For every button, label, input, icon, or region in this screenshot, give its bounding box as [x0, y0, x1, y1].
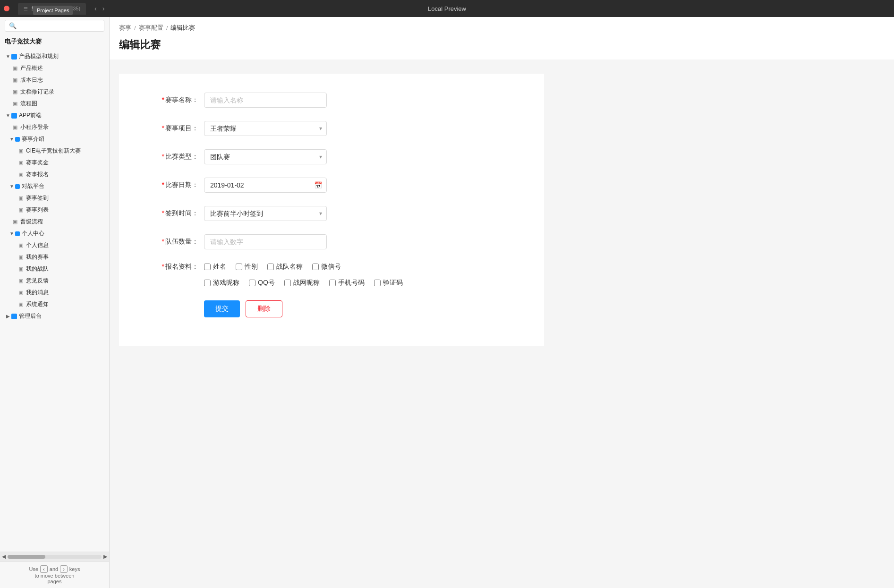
sidebar-item-signup[interactable]: ▣ 赛事报名: [0, 169, 109, 180]
sidebar-item-flowchart[interactable]: ▣ 流程图: [0, 98, 109, 110]
sidebar-item-feedback[interactable]: ▣ 意见反馈: [0, 275, 109, 287]
checkbox-label-verify: 验证码: [383, 279, 403, 287]
control-teamcount: [204, 234, 327, 249]
label-matchdate: *比赛日期：: [147, 181, 204, 189]
footer-pages-text: pages: [5, 579, 104, 584]
search-input[interactable]: [5, 20, 104, 32]
sidebar-item-admin-group[interactable]: ▶ 管理后台: [0, 310, 109, 322]
sidebar-item-userinfo[interactable]: ▣ 个人信息: [0, 239, 109, 251]
sidebar-item-minilogin[interactable]: ▣ 小程序登录: [0, 121, 109, 133]
checkbox-gamenick[interactable]: [204, 280, 211, 286]
checkbox-name[interactable]: [204, 264, 211, 270]
checkbox-item-phone[interactable]: 手机号码: [329, 279, 365, 287]
label-project: *赛事项目：: [147, 124, 204, 133]
checkbox-gender[interactable]: [236, 264, 242, 270]
sidebar-tree: ▼ 产品模型和规划 ▣ 产品概述 ▣ 版本日志 ▣ 文档修订记录 ▣ 流程图: [0, 49, 109, 552]
sidebar-label: 小程序登录: [20, 123, 49, 131]
sidebar-item-myteam[interactable]: ▣ 我的战队: [0, 263, 109, 275]
sidebar-item-cie[interactable]: ▣ CIE电子竞技创新大赛: [0, 145, 109, 157]
select-checkintime[interactable]: 比赛前半小时签到 比赛前一小时签到: [204, 206, 327, 221]
checkbox-wechat[interactable]: [312, 264, 319, 270]
label-teamcount: *队伍数量：: [147, 238, 204, 246]
checkbox-teamname[interactable]: [267, 264, 274, 270]
form-inner: *赛事名称： *赛事项目： 王者荣耀 英雄: [119, 74, 544, 346]
sidebar-item-mymatches[interactable]: ▣ 我的赛事: [0, 251, 109, 263]
input-matchdate[interactable]: [204, 178, 327, 193]
checkbox-qq[interactable]: [249, 280, 255, 286]
horizontal-scrollbar[interactable]: [8, 555, 102, 559]
checkbox-item-name[interactable]: 姓名: [204, 263, 226, 271]
close-dot[interactable]: [4, 6, 9, 11]
sidebar-label: 流程图: [20, 100, 37, 108]
sidebar-section-title: 电子竞技大赛: [0, 34, 109, 49]
checkbox-item-qq[interactable]: QQ号: [249, 279, 275, 287]
control-matchtype: 团队赛 个人赛 ▾: [204, 149, 327, 164]
key-next: ›: [60, 565, 68, 573]
sidebar-label: 系统通知: [26, 300, 49, 308]
sidebar-item-promotion[interactable]: ▣ 晋级流程: [0, 216, 109, 228]
breadcrumb-match[interactable]: 赛事: [119, 24, 131, 32]
project-pages-tooltip: Project Pages: [33, 6, 73, 15]
checkbox-item-verify[interactable]: 验证码: [374, 279, 403, 287]
page-icon: ▣: [11, 124, 19, 130]
sidebar-item-docrevision[interactable]: ▣ 文档修订记录: [0, 86, 109, 98]
checkbox-phone[interactable]: [329, 280, 336, 286]
required-star: *: [162, 153, 164, 160]
select-project[interactable]: 王者荣耀 英雄联盟 绝地求生: [204, 121, 327, 136]
sidebar-label: 管理后台: [19, 312, 42, 320]
breadcrumb-config[interactable]: 赛事配置: [139, 24, 163, 32]
sidebar-item-match-group[interactable]: ▼ 赛事介绍: [0, 133, 109, 145]
sidebar-item-matchlist[interactable]: ▣ 赛事列表: [0, 204, 109, 216]
input-name[interactable]: [204, 93, 327, 108]
page-icon: ▣: [17, 254, 25, 260]
arrow-icon: ▼: [9, 184, 15, 189]
submit-button[interactable]: 提交: [204, 300, 240, 317]
select-matchtype[interactable]: 团队赛 个人赛: [204, 149, 327, 164]
group-icon-blue: [11, 113, 17, 119]
group-icon-blue-small: [15, 137, 20, 142]
input-teamcount[interactable]: [204, 234, 327, 249]
group-icon-blue: [11, 54, 17, 60]
sidebar-item-profile-group[interactable]: ▼ 个人中心: [0, 228, 109, 239]
sidebar-item-battle-group[interactable]: ▼ 对战平台: [0, 180, 109, 192]
checkboxes-container: 姓名 性别 战队名称 微信号: [204, 263, 516, 287]
top-bar: Project Pages ☰ 编辑比赛 (27 of 35) ‹ › Loca…: [0, 0, 894, 17]
scroll-left-btn[interactable]: ◀: [2, 554, 6, 560]
checkbox-item-battlenet[interactable]: 战网昵称: [284, 279, 320, 287]
sidebar-item-checkin[interactable]: ▣ 赛事签到: [0, 192, 109, 204]
control-checkintime: 比赛前半小时签到 比赛前一小时签到 ▾: [204, 206, 327, 221]
group-icon-blue-small: [15, 231, 20, 236]
required-star: *: [162, 238, 164, 245]
select-wrap-matchtype: 团队赛 个人赛 ▾: [204, 149, 327, 164]
checkbox-item-gamenick[interactable]: 游戏昵称: [204, 279, 239, 287]
sidebar-label: 个人中心: [22, 230, 44, 238]
page-icon: ▣: [17, 171, 25, 178]
delete-button[interactable]: 删除: [246, 300, 282, 317]
sidebar-item-sysnotice[interactable]: ▣ 系统通知: [0, 298, 109, 310]
checkbox-label-battlenet: 战网昵称: [293, 279, 320, 287]
form-row-name: *赛事名称：: [147, 93, 516, 108]
checkbox-item-gender[interactable]: 性别: [236, 263, 258, 271]
nav-back[interactable]: ‹: [93, 4, 99, 13]
sidebar-item-changelog[interactable]: ▣ 版本日志: [0, 74, 109, 86]
sidebar-item-overview[interactable]: ▣ 产品概述: [0, 62, 109, 74]
sidebar-item-product-group[interactable]: ▼ 产品模型和规划: [0, 51, 109, 62]
checkbox-item-wechat[interactable]: 微信号: [312, 263, 341, 271]
form-row-matchtype: *比赛类型： 团队赛 个人赛 ▾: [147, 149, 516, 164]
breadcrumb-sep2: /: [166, 25, 168, 32]
nav-forward[interactable]: ›: [101, 4, 107, 13]
sidebar-label: 产品概述: [20, 64, 43, 72]
checkbox-battlenet[interactable]: [284, 280, 291, 286]
sidebar: 电子竞技大赛 ▼ 产品模型和规划 ▣ 产品概述 ▣ 版本日志 ▣ 文档修订记录: [0, 17, 110, 588]
checkbox-verify[interactable]: [374, 280, 381, 286]
scroll-right-btn[interactable]: ▶: [103, 554, 107, 560]
sidebar-label: 我的消息: [26, 289, 49, 297]
sidebar-item-mymsg[interactable]: ▣ 我的消息: [0, 287, 109, 298]
sidebar-item-awards[interactable]: ▣ 赛事奖金: [0, 157, 109, 169]
page-icon: ▣: [11, 101, 19, 107]
sidebar-item-app-group[interactable]: ▼ APP前端: [0, 110, 109, 121]
checkbox-item-teamname[interactable]: 战队名称: [267, 263, 303, 271]
form-row-checkintime: *签到时间： 比赛前半小时签到 比赛前一小时签到 ▾: [147, 206, 516, 221]
page-icon: ▣: [17, 278, 25, 284]
nav-arrows: ‹ ›: [93, 4, 106, 13]
